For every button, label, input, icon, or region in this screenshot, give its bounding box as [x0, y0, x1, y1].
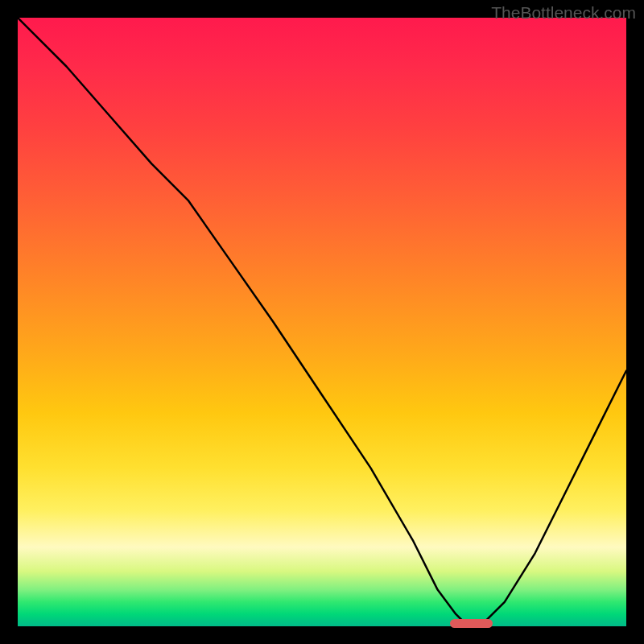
chart-container: TheBottleneck.com [0, 0, 644, 644]
bottleneck-curve [18, 18, 626, 626]
plot-area [18, 18, 626, 626]
optimal-marker [450, 619, 493, 628]
watermark-text: TheBottleneck.com [491, 3, 636, 23]
